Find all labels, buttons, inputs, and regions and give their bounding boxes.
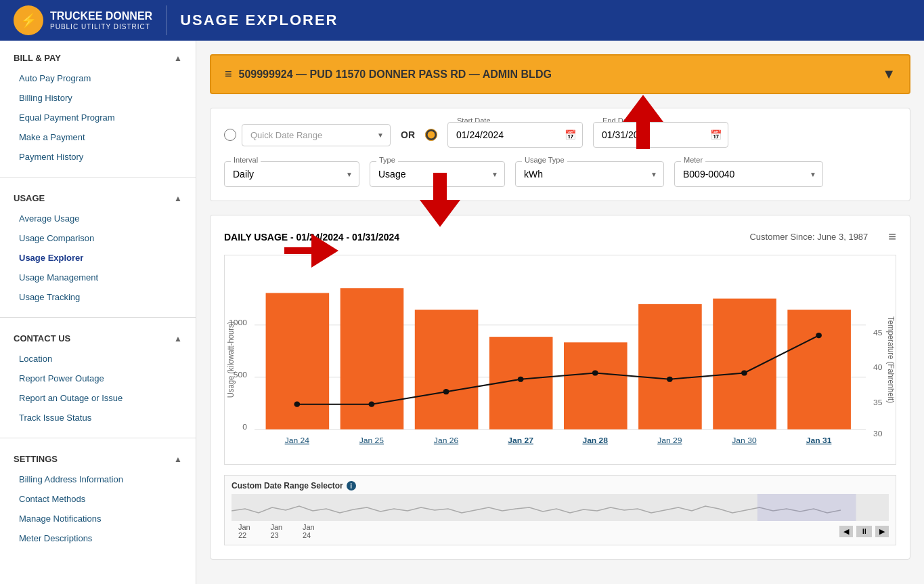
account-banner[interactable]: ≡ 509999924 — PUD 11570 DONNER PASS RD —… [210, 54, 910, 94]
sidebar-item-track-issue-status[interactable]: Track Issue Status [0, 408, 196, 427]
main-layout: BILL & PAY ▲ Auto Pay Program Billing Hi… [0, 41, 924, 584]
mini-chart-svg [232, 494, 889, 521]
logo-area: ⚡ TRUCKEE DONNER PUBLIC UTILITY DISTRICT [14, 5, 167, 35]
svg-text:Jan 26: Jan 26 [434, 436, 458, 445]
sidebar-section-label-bill-pay: BILL & PAY [14, 53, 61, 63]
usage-type-select-wrapper: kWh [515, 161, 664, 187]
mini-label-jan23: Jan 23 [270, 523, 282, 539]
end-date-field: End Date 📅 [593, 122, 728, 148]
sidebar-item-make-payment[interactable]: Make a Payment [0, 127, 196, 147]
header: ⚡ TRUCKEE DONNER PUBLIC UTILITY DISTRICT… [0, 0, 924, 41]
svg-rect-25 [757, 494, 856, 521]
svg-text:40: 40 [873, 363, 883, 372]
sidebar-item-payment-history[interactable]: Payment History [0, 147, 196, 167]
sidebar-item-meter-descriptions[interactable]: Meter Descriptions [0, 528, 196, 548]
mini-chart-prev-btn[interactable]: ◀ [839, 526, 853, 537]
svg-text:35: 35 [873, 398, 883, 406]
bar-jan28[interactable] [564, 342, 628, 429]
usage-type-field: Usage Type kWh [515, 161, 664, 187]
usage-type-label: Usage Type [522, 156, 567, 164]
sidebar-section-contact: CONTACT US ▲ Location Report Power Outag… [0, 321, 196, 434]
mini-chart [232, 494, 889, 521]
sidebar-section-header-bill-pay[interactable]: BILL & PAY ▲ [0, 47, 196, 68]
meter-field: Meter B009-00040 [674, 161, 823, 187]
company-name-top: TRUCKEE DONNER [50, 9, 152, 22]
meter-select-wrapper: B009-00040 [674, 161, 823, 187]
bar-jan25[interactable] [340, 288, 404, 429]
sidebar-item-average-usage[interactable]: Average Usage [0, 209, 196, 228]
svg-text:Jan 25: Jan 25 [359, 436, 384, 445]
meter-select[interactable]: B009-00040 [674, 161, 823, 187]
sidebar-item-billing-history[interactable]: Billing History [0, 88, 196, 108]
mini-label-jan24: Jan 24 [303, 523, 315, 539]
sidebar-item-contact-methods[interactable]: Contact Methods [0, 489, 196, 509]
start-date-field: Start Date 📅 [447, 122, 583, 148]
bar-jan24[interactable] [266, 293, 330, 429]
sidebar-item-report-outage-issue[interactable]: Report an Outage or Issue [0, 388, 196, 408]
divider-2 [0, 317, 196, 318]
interval-select[interactable]: Daily [224, 161, 359, 187]
chart-header: DAILY USAGE - 01/24/2024 - 01/31/2024 Cu… [224, 229, 896, 245]
mini-chart-labels: Jan 22 Jan 23 Jan 24 [238, 523, 305, 539]
svg-text:Jan 31: Jan 31 [806, 436, 832, 445]
bar-jan29[interactable] [638, 304, 702, 430]
temp-dot-3 [443, 389, 449, 394]
quick-date-radio-group: Quick Date Range [224, 124, 391, 146]
sidebar-item-billing-address[interactable]: Billing Address Information [0, 470, 196, 489]
svg-text:Jan 29: Jan 29 [657, 436, 682, 445]
interval-select-wrapper: Daily [224, 161, 359, 187]
chevron-up-icon-2: ▲ [174, 194, 182, 203]
sidebar-section-header-settings[interactable]: SETTINGS ▲ [0, 449, 196, 470]
sidebar-section-settings: SETTINGS ▲ Billing Address Information C… [0, 442, 196, 555]
bar-jan26[interactable] [415, 310, 479, 430]
type-label: Type [376, 156, 398, 164]
main-content: ≡ 509999924 — PUD 11570 DONNER PASS RD —… [196, 41, 924, 584]
sidebar-item-usage-explorer[interactable]: Usage Explorer [0, 248, 196, 268]
sidebar-item-usage-management[interactable]: Usage Management [0, 268, 196, 287]
sidebar-item-usage-tracking[interactable]: Usage Tracking [0, 287, 196, 307]
sidebar-item-equal-payment[interactable]: Equal Payment Program [0, 108, 196, 127]
date-row: Quick Date Range OR Start Date 📅 En [224, 122, 896, 148]
divider-3 [0, 438, 196, 438]
bar-jan31[interactable] [787, 310, 851, 430]
sidebar-item-manage-notifications[interactable]: Manage Notifications [0, 509, 196, 528]
sidebar-item-usage-comparison[interactable]: Usage Comparison [0, 228, 196, 248]
type-select[interactable]: Usage [370, 161, 505, 187]
chart-title: DAILY USAGE - 01/24/2024 - 01/31/2024 [224, 232, 399, 243]
bar-jan30[interactable] [713, 299, 776, 430]
end-date-calendar-icon[interactable]: 📅 [710, 129, 722, 140]
chart-menu-icon[interactable]: ≡ [888, 229, 896, 245]
quick-date-select[interactable]: Quick Date Range [242, 124, 391, 146]
sidebar-section-label-contact: CONTACT US [14, 333, 70, 343]
start-date-calendar-icon[interactable]: 📅 [565, 129, 576, 140]
hamburger-icon: ≡ [225, 67, 232, 81]
sidebar-section-header-usage[interactable]: USAGE ▲ [0, 188, 196, 209]
sidebar-item-report-power-outage[interactable]: Report Power Outage [0, 369, 196, 388]
sidebar-item-auto-pay[interactable]: Auto Pay Program [0, 68, 196, 88]
usage-type-select[interactable]: kWh [515, 161, 664, 187]
temp-dot-5 [592, 370, 598, 375]
mini-chart-pause-btn[interactable]: ⏸ [856, 526, 872, 537]
info-icon[interactable]: i [347, 481, 356, 491]
custom-date-radio[interactable] [425, 129, 437, 141]
mini-chart-nav: Jan 22 Jan 23 Jan 24 ◀ ⏸ ▶ [232, 523, 889, 539]
account-banner-text: 509999924 — PUD 11570 DONNER PASS RD — A… [239, 68, 552, 81]
svg-text:Jan 24: Jan 24 [285, 436, 310, 445]
quick-date-select-wrapper: Quick Date Range [242, 124, 391, 146]
chevron-up-icon-3: ▲ [174, 334, 182, 343]
sidebar: BILL & PAY ▲ Auto Pay Program Billing Hi… [0, 41, 196, 584]
controls-panel: Quick Date Range OR Start Date 📅 En [210, 108, 910, 201]
page-title: USAGE EXPLORER [180, 12, 338, 29]
sidebar-section-header-contact[interactable]: CONTACT US ▲ [0, 328, 196, 349]
mini-chart-next-btn[interactable]: ▶ [875, 526, 889, 537]
logo-text: TRUCKEE DONNER PUBLIC UTILITY DISTRICT [50, 9, 152, 30]
quick-date-radio[interactable] [224, 129, 236, 141]
type-field: Type Usage [370, 161, 505, 187]
divider-1 [0, 177, 196, 178]
logo-icon: ⚡ [14, 5, 43, 35]
start-date-input[interactable] [447, 122, 583, 148]
end-date-input[interactable] [593, 122, 728, 148]
svg-text:0: 0 [242, 422, 247, 431]
sidebar-item-location[interactable]: Location [0, 349, 196, 369]
svg-text:Usage (kilowatt-hours): Usage (kilowatt-hours) [226, 322, 235, 398]
